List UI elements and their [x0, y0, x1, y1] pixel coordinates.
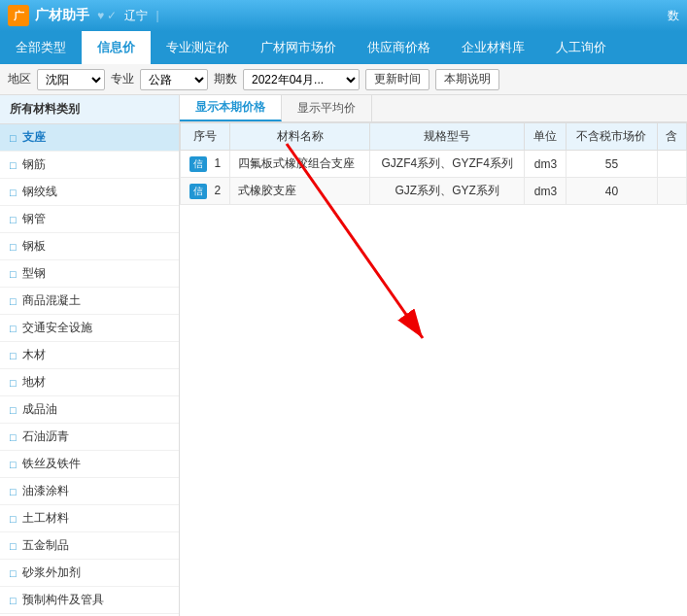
info-badge: 信 [189, 156, 207, 172]
logo-icon: 广 [8, 5, 29, 26]
sidebar-item-label: 土工材料 [22, 510, 69, 527]
sidebar-item-hardware[interactable]: □ 五金制品 [0, 532, 179, 560]
sidebar-item-label: 钢板 [22, 238, 46, 255]
col-header-extra: 含 [657, 123, 686, 151]
folder-icon: □ [10, 268, 17, 280]
nav-info-price[interactable]: 信息价 [82, 31, 151, 64]
cell-spec: GJZ系列、GYZ系列 [369, 178, 525, 205]
nav-expert-price[interactable]: 专业测定价 [151, 31, 245, 64]
folder-icon: □ [10, 513, 17, 525]
sidebar-item-gangjin[interactable]: □ 钢筋 [0, 152, 179, 179]
tab-average-price[interactable]: 显示平均价 [282, 95, 372, 121]
cell-extra [657, 178, 686, 205]
sidebar-item-label: 型钢 [22, 265, 46, 282]
sidebar-item-wire[interactable]: □ 铁丝及铁件 [0, 451, 179, 478]
folder-icon: □ [10, 595, 17, 606]
col-header-index: 序号 [181, 123, 230, 151]
sidebar-item-label: 钢绞线 [22, 184, 57, 200]
sidebar-item-label: 铁丝及铁件 [22, 456, 81, 472]
main-content: 显示本期价格 显示平均价 序号 材料名称 规格型号 单位 不含税市场价 含 [180, 95, 687, 616]
sidebar-item-wood[interactable]: □ 木材 [0, 342, 179, 369]
sidebar-item-label: 预制构件及管具 [22, 592, 104, 608]
filter-bar: 地区 沈阳 专业 公路 期数 2022年04月... 更新时间 本期说明 [0, 64, 687, 95]
folder-icon: □ [10, 132, 17, 144]
specialty-select[interactable]: 公路 [140, 69, 208, 90]
cell-name: 四氟板式橡胶组合支座 [230, 151, 370, 178]
cell-index-num: 1 [215, 156, 222, 170]
sidebar-item-label: 石油沥青 [22, 428, 69, 445]
table-row[interactable]: 信 2 式橡胶支座 GJZ系列、GYZ系列 dm3 40 [181, 178, 687, 205]
sidebar-item-traffic[interactable]: □ 交通安全设施 [0, 315, 179, 342]
tab-current-price[interactable]: 显示本期价格 [180, 95, 282, 121]
folder-icon: □ [10, 323, 17, 334]
nav-labor-inquiry[interactable]: 人工询价 [540, 31, 622, 64]
sidebar-item-dicai[interactable]: □ 地材 [0, 369, 179, 396]
sidebar-item-gangguan[interactable]: □ 钢管 [0, 206, 179, 233]
sidebar: 所有材料类别 □ 支座 □ 钢筋 □ 钢绞线 □ 钢管 □ 钢板 □ 型钢 □ … [0, 95, 180, 616]
sidebar-item-zhizuo[interactable]: □ 支座 [0, 124, 179, 152]
title-right: 数 [668, 8, 679, 24]
sidebar-item-gangban[interactable]: □ 钢板 [0, 233, 179, 260]
col-header-spec: 规格型号 [369, 123, 525, 151]
update-time-button[interactable]: 更新时间 [365, 69, 429, 90]
folder-icon: □ [10, 295, 17, 307]
cell-extra [657, 151, 686, 178]
cell-spec: GJZF4系列、GYZF4系列 [369, 151, 525, 178]
title-divider: ♥ ✓ [97, 9, 117, 22]
sidebar-item-asphalt[interactable]: □ 石油沥青 [0, 424, 179, 451]
table-row[interactable]: 信 1 四氟板式橡胶组合支座 GJZF4系列、GYZF4系列 dm3 55 [181, 151, 687, 178]
cell-name: 式橡胶支座 [230, 178, 370, 205]
folder-icon: □ [10, 159, 17, 171]
price-table: 序号 材料名称 规格型号 单位 不含税市场价 含 信 1 四氟板式橡 [180, 122, 687, 205]
folder-icon: □ [10, 187, 17, 198]
title-region: 辽宁 [124, 8, 148, 24]
col-header-name: 材料名称 [230, 123, 370, 151]
folder-icon: □ [10, 567, 17, 579]
cell-index: 信 1 [181, 151, 230, 178]
sidebar-item-xinggang[interactable]: □ 型钢 [0, 260, 179, 288]
region-label: 地区 [8, 71, 31, 87]
sidebar-item-label: 油漆涂料 [22, 483, 69, 499]
period-desc-button[interactable]: 本期说明 [435, 69, 499, 90]
sidebar-header: 所有材料类别 [0, 95, 179, 124]
sidebar-item-label: 成品油 [22, 401, 57, 418]
table-container: 序号 材料名称 规格型号 单位 不含税市场价 含 信 1 四氟板式橡 [180, 122, 687, 616]
sidebar-item-oil[interactable]: □ 成品油 [0, 396, 179, 424]
sidebar-item-label: 砂浆外加剂 [22, 565, 81, 581]
folder-icon: □ [10, 540, 17, 552]
folder-icon: □ [10, 459, 17, 470]
sidebar-item-mortar[interactable]: □ 砂浆外加剂 [0, 560, 179, 587]
nav-all-types[interactable]: 全部类型 [0, 31, 82, 64]
title-sep: | [155, 9, 158, 22]
cell-index: 信 2 [181, 178, 230, 205]
sidebar-item-label: 商品混凝土 [22, 292, 81, 309]
folder-icon: □ [10, 486, 17, 497]
content-area: 所有材料类别 □ 支座 □ 钢筋 □ 钢绞线 □ 钢管 □ 钢板 □ 型钢 □ … [0, 95, 687, 616]
col-header-unit: 单位 [525, 123, 567, 151]
sidebar-item-prefab[interactable]: □ 预制构件及管具 [0, 587, 179, 614]
nav-supplier-price[interactable]: 供应商价格 [352, 31, 446, 64]
title-bar: 广 广材助手 ♥ ✓ 辽宁 | 数 [0, 0, 687, 31]
cell-price: 55 [567, 151, 657, 178]
cell-unit: dm3 [525, 151, 567, 178]
sidebar-item-gangjiaoxian[interactable]: □ 钢绞线 [0, 179, 179, 206]
sidebar-item-paint[interactable]: □ 油漆涂料 [0, 478, 179, 505]
sidebar-item-label: 交通安全设施 [22, 320, 92, 336]
nav-enterprise-library[interactable]: 企业材料库 [446, 31, 540, 64]
cell-index-num: 2 [215, 184, 222, 197]
region-select[interactable]: 沈阳 [37, 69, 105, 90]
sidebar-item-label: 五金制品 [22, 537, 69, 554]
sidebar-item-label: 地材 [22, 374, 46, 391]
sidebar-item-concrete[interactable]: □ 商品混凝土 [0, 288, 179, 315]
cell-unit: dm3 [525, 178, 567, 205]
main-nav: 全部类型 信息价 专业测定价 广材网市场价 供应商价格 企业材料库 人工询价 [0, 31, 687, 64]
nav-market-price[interactable]: 广材网市场价 [245, 31, 352, 64]
cell-price: 40 [567, 178, 657, 205]
sidebar-item-geotextile[interactable]: □ 土工材料 [0, 505, 179, 532]
app-logo: 广 广材助手 [8, 5, 89, 26]
period-select[interactable]: 2022年04月... [243, 69, 360, 90]
sidebar-item-label: 支座 [22, 129, 46, 146]
sidebar-item-label: 钢筋 [22, 156, 46, 173]
specialty-label: 专业 [111, 71, 134, 87]
folder-icon: □ [10, 431, 17, 443]
